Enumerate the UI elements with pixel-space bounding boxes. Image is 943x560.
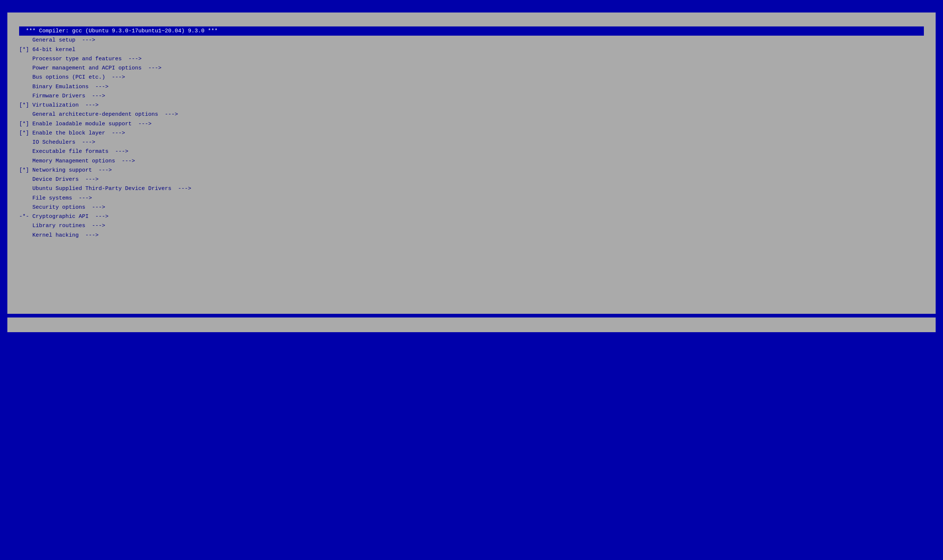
menu-item-processor-type[interactable]: Processor type and features ---> (19, 54, 924, 63)
help-text (0, 3, 943, 9)
menu-item-virtualization[interactable]: [*] Virtualization ---> (19, 101, 924, 110)
menu-item-networking-support[interactable]: [*] Networking support ---> (19, 166, 924, 175)
menu-item-memory-management[interactable]: Memory Management options ---> (19, 157, 924, 166)
footer-bar (0, 332, 943, 343)
menu-item-block-layer[interactable]: [*] Enable the block layer ---> (19, 129, 924, 138)
menu-item-power-management[interactable]: Power management and ACPI options ---> (19, 63, 924, 73)
menu-item-cryptographic-api[interactable]: -*- Cryptographic API ---> (19, 212, 924, 221)
menu-item-security-options[interactable]: Security options ---> (19, 203, 924, 212)
menu-item-kernel-hacking[interactable]: Kernel hacking ---> (19, 231, 924, 240)
bottom-buttons (7, 317, 936, 332)
menu-item-bus-options[interactable]: Bus options (PCI etc.) ---> (19, 73, 924, 82)
menu-item-loadable-module[interactable]: [*] Enable loadable module support ---> (19, 119, 924, 129)
menu-item-firmware-drivers[interactable]: Firmware Drivers ---> (19, 91, 924, 101)
menu-item-executable-file[interactable]: Executable file formats ---> (19, 147, 924, 156)
menu-item-library-routines[interactable]: Library routines ---> (19, 221, 924, 231)
menu-item-file-systems[interactable]: File systems ---> (19, 194, 924, 203)
menu-item-general-setup[interactable]: General setup ---> (19, 35, 924, 45)
menu-item-compiler[interactable]: *** Compiler: gcc (Ubuntu 9.3.0-17ubuntu… (19, 26, 924, 35)
menu-item-ubuntu-third-party[interactable]: Ubuntu Supplied Third-Party Device Drive… (19, 184, 924, 193)
main-box: *** Compiler: gcc (Ubuntu 9.3.0-17ubuntu… (7, 12, 936, 314)
menu-item-64bit-kernel[interactable]: [*] 64-bit kernel (19, 45, 924, 54)
title-bar (0, 0, 943, 3)
menu-item-general-arch[interactable]: General architecture-dependent options -… (19, 110, 924, 119)
menu-area: *** Compiler: gcc (Ubuntu 9.3.0-17ubuntu… (8, 26, 935, 240)
menu-item-io-schedulers[interactable]: IO Schedulers ---> (19, 138, 924, 147)
menu-item-binary-emulations[interactable]: Binary Emulations ---> (19, 82, 924, 91)
menu-item-device-drivers[interactable]: Device Drivers ---> (19, 175, 924, 184)
